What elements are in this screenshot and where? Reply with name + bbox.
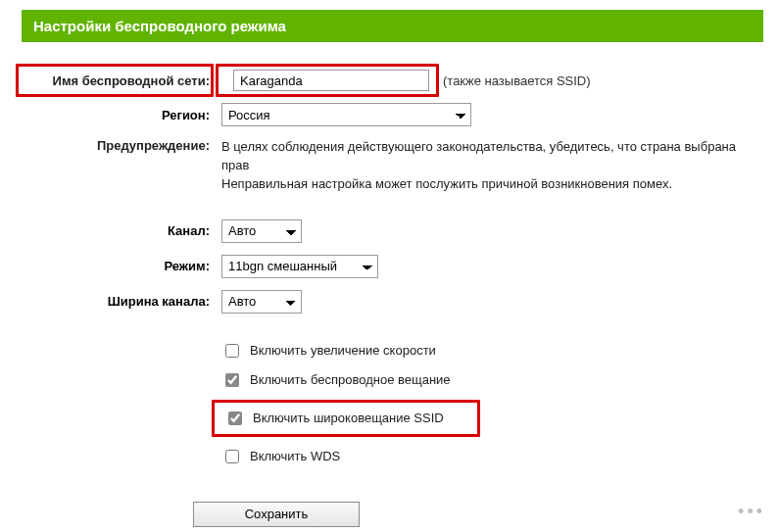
channel-select[interactable]: Авто: [221, 219, 302, 243]
ssid-input[interactable]: [233, 70, 429, 91]
channel-width-label: Ширина канала:: [22, 294, 221, 309]
warning-text: В целях соблюдения действующего законода…: [221, 138, 763, 194]
mode-label: Режим:: [22, 259, 221, 273]
speed-boost-checkbox[interactable]: [225, 344, 239, 358]
broadcast-row: Включить беспроводное вещание: [22, 370, 763, 390]
channel-width-row: Ширина канала: Авто: [22, 290, 763, 314]
broadcast-label[interactable]: Включить беспроводное вещание: [221, 370, 451, 390]
region-select[interactable]: Россия: [221, 103, 471, 126]
warning-row: Предупреждение: В целях соблюдения дейст…: [22, 138, 763, 194]
speed-boost-row: Включить увеличение скорости: [22, 341, 763, 361]
ssid-broadcast-text: Включить широковещание SSID: [253, 411, 444, 425]
mode-select[interactable]: 11bgn смешанный: [221, 255, 378, 278]
ssid-broadcast-checkbox[interactable]: [228, 411, 242, 425]
channel-width-select[interactable]: Авто: [221, 290, 302, 314]
wds-checkbox[interactable]: [225, 450, 239, 463]
mode-row: Режим: 11bgn смешанный: [22, 255, 763, 278]
broadcast-checkbox[interactable]: [225, 373, 239, 387]
region-row: Регион: Россия: [22, 103, 763, 126]
ssid-row: Имя беспроводной сети: (также называется…: [22, 70, 763, 91]
channel-label: Канал:: [22, 223, 221, 238]
warning-label: Предупреждение:: [22, 138, 221, 194]
wds-label[interactable]: Включить WDS: [221, 447, 340, 466]
channel-row: Канал: Авто: [22, 219, 763, 243]
highlight-box-ssid-broadcast: Включить широковещание SSID: [212, 400, 480, 437]
ssid-broadcast-row: Включить широковещание SSID: [22, 400, 763, 437]
resize-grip-icon: •••: [738, 502, 765, 522]
wds-text: Включить WDS: [250, 449, 340, 463]
button-row: Сохранить: [22, 502, 763, 527]
save-button[interactable]: Сохранить: [193, 502, 360, 527]
wds-row: Включить WDS: [22, 447, 763, 466]
speed-boost-text: Включить увеличение скорости: [250, 343, 436, 358]
speed-boost-label[interactable]: Включить увеличение скорости: [221, 341, 436, 361]
ssid-hint: (также называется SSID): [443, 73, 591, 88]
page-title: Настройки беспроводного режима: [22, 10, 763, 42]
region-label: Регион:: [22, 108, 221, 122]
broadcast-text: Включить беспроводное вещание: [250, 372, 451, 387]
ssid-label: Имя беспроводной сети:: [22, 73, 221, 88]
